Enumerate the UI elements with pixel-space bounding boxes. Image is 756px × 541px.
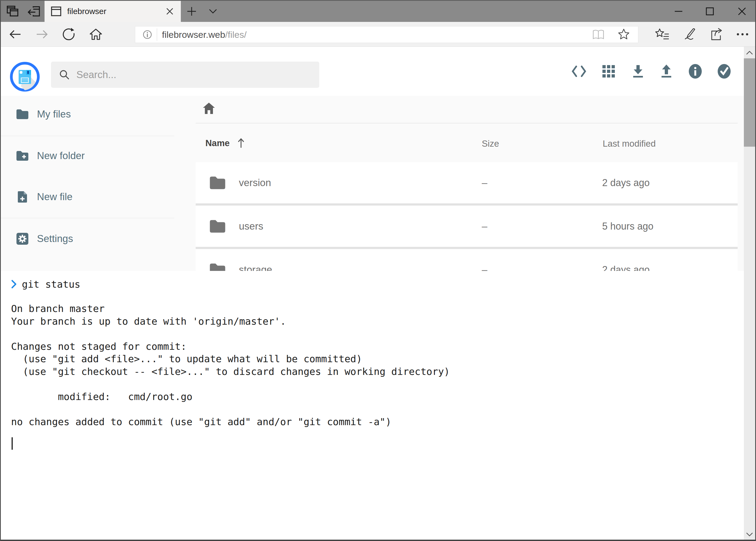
- new-file-icon: [16, 191, 29, 204]
- chevron-down-icon: [209, 9, 217, 14]
- chevron-up-icon: [746, 51, 753, 55]
- file-row-version[interactable]: version – 2 days ago: [196, 162, 738, 204]
- filebrowser-logo-icon[interactable]: [10, 62, 40, 92]
- new-tab-button[interactable]: [183, 1, 200, 22]
- search-bar[interactable]: [51, 62, 319, 88]
- add-favorite-star-icon[interactable]: [618, 29, 630, 41]
- close-icon: [738, 7, 746, 16]
- hub-favorites-button[interactable]: [651, 22, 674, 47]
- sidebar-item-new-folder[interactable]: New folder: [1, 140, 174, 172]
- tab-preview-toggle[interactable]: [204, 1, 222, 22]
- back-button[interactable]: [4, 22, 26, 47]
- plus-icon: [187, 6, 196, 16]
- terminal-command: git status: [22, 279, 81, 290]
- web-notes-button[interactable]: [678, 22, 701, 47]
- file-modified: 2 days ago: [602, 177, 650, 189]
- share-icon: [710, 28, 723, 41]
- share-button[interactable]: [705, 22, 728, 47]
- search-icon: [59, 69, 70, 80]
- sidebar-item-label: Settings: [37, 233, 73, 245]
- new-folder-icon: [16, 149, 29, 162]
- breadcrumb-home-button[interactable]: [202, 102, 215, 115]
- forward-button[interactable]: [31, 22, 54, 47]
- terminal-prompt-line: git status: [11, 278, 81, 290]
- close-window-button[interactable]: [730, 1, 754, 22]
- code-brackets-icon: [571, 65, 587, 77]
- file-size: –: [482, 221, 487, 232]
- sort-ascending-arrow-icon: [237, 138, 245, 148]
- more-actions-button[interactable]: [731, 22, 754, 47]
- file-modified: 5 hours ago: [602, 221, 653, 232]
- overlapping-windows-icon: [6, 5, 19, 17]
- maximize-button[interactable]: [697, 1, 722, 22]
- sidebar-item-label: My files: [37, 109, 71, 120]
- url-divider: [157, 28, 157, 41]
- settings-gear-icon: [16, 232, 29, 245]
- file-name: version: [239, 177, 271, 189]
- scroll-down-button[interactable]: [744, 529, 755, 540]
- tab-close-icon[interactable]: [166, 7, 174, 15]
- set-tab-aside-button[interactable]: [25, 1, 43, 22]
- file-name: users: [239, 221, 263, 232]
- browser-tab[interactable]: filebrowser: [45, 1, 181, 22]
- address-bar[interactable]: filebrowser.web/files/: [135, 26, 638, 43]
- url-host: filebrowser.web: [162, 29, 225, 40]
- scroll-up-button[interactable]: [744, 47, 755, 59]
- file-size: –: [482, 177, 487, 189]
- pen-icon: [683, 28, 696, 41]
- refresh-button[interactable]: [58, 22, 80, 47]
- download-icon: [631, 65, 644, 78]
- column-header-modified[interactable]: Last modified: [603, 139, 655, 149]
- hub-star-list-icon: [655, 28, 669, 41]
- sidebar-divider: [1, 136, 174, 136]
- url-text: filebrowser.web/files/: [162, 29, 247, 40]
- tabs-set-aside-list-button[interactable]: [4, 1, 22, 22]
- minimize-icon: [674, 7, 683, 16]
- upload-button[interactable]: [653, 55, 680, 88]
- tab-arrow-left-icon: [27, 5, 40, 17]
- raw-view-button[interactable]: [566, 55, 593, 88]
- folder-icon: [209, 219, 226, 234]
- home-icon: [202, 102, 215, 115]
- listing-divider: [196, 123, 738, 124]
- chevron-down-icon: [746, 532, 753, 537]
- site-info-icon[interactable]: [143, 30, 152, 39]
- minimize-button[interactable]: [666, 1, 691, 22]
- ellipsis-icon: [736, 33, 749, 36]
- navigation-bar: filebrowser.web/files/: [1, 22, 755, 47]
- sidebar-item-label: New file: [37, 191, 73, 203]
- info-icon: [688, 64, 702, 79]
- filebrowser-header: [1, 47, 744, 96]
- reading-view-icon[interactable]: [592, 29, 605, 40]
- folder-icon: [16, 108, 29, 121]
- sidebar-item-label: New folder: [37, 150, 85, 162]
- column-header-size[interactable]: Size: [482, 139, 499, 149]
- file-list: version – 2 days ago users – 5 hours ago…: [196, 162, 738, 271]
- back-arrow-icon: [8, 28, 22, 41]
- terminal-output: On branch master Your branch is up to da…: [11, 302, 450, 428]
- grid-view-button[interactable]: [595, 55, 622, 88]
- home-outline-icon: [89, 28, 103, 41]
- url-path: /files/: [225, 29, 246, 40]
- maximize-icon: [706, 7, 714, 15]
- tab-title: filebrowser: [67, 7, 106, 16]
- column-header-name[interactable]: Name: [205, 138, 245, 148]
- terminal-panel[interactable]: git status On branch master Your branch …: [1, 271, 744, 540]
- info-button[interactable]: [682, 55, 709, 88]
- download-button[interactable]: [625, 55, 651, 88]
- sidebar-item-new-file[interactable]: New file: [1, 181, 174, 213]
- check-circle-icon: [717, 64, 731, 79]
- file-row-users[interactable]: users – 5 hours ago: [196, 206, 738, 247]
- page-scrollbar[interactable]: [744, 47, 755, 540]
- scrollbar-thumb[interactable]: [744, 58, 755, 147]
- sidebar-item-settings[interactable]: Settings: [1, 223, 174, 255]
- browser-window: filebrowser: [0, 0, 756, 541]
- prompt-chevron-icon: [11, 279, 17, 289]
- sidebar-item-my-files[interactable]: My files: [1, 98, 174, 131]
- home-button[interactable]: [85, 22, 107, 47]
- terminal-cursor: [12, 437, 13, 450]
- select-multiple-button[interactable]: [711, 55, 738, 88]
- folder-icon: [209, 176, 226, 190]
- upload-icon: [660, 65, 673, 78]
- search-input[interactable]: [76, 69, 303, 81]
